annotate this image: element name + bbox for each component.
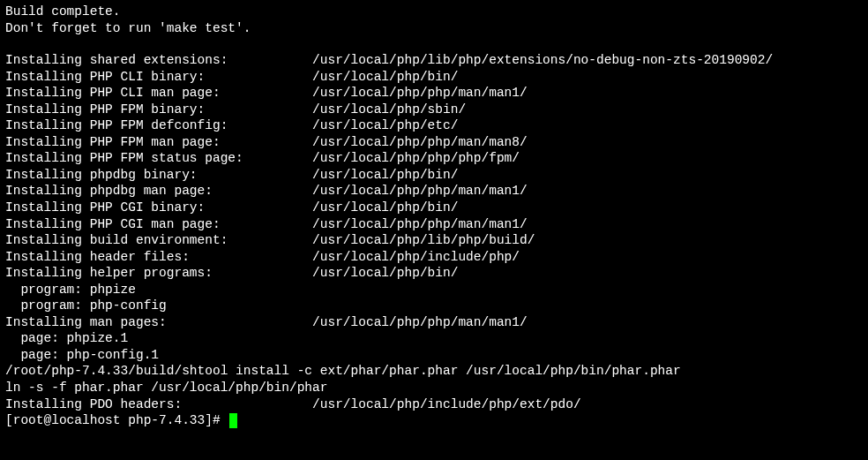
- install-line-6: Installing PHP FPM status page: /usr/loc…: [5, 150, 863, 167]
- install-line-2: Installing PHP CLI man page: /usr/local/…: [5, 85, 863, 102]
- cursor-icon: [229, 413, 237, 428]
- install-line-9: Installing PHP CGI binary: /usr/local/ph…: [5, 200, 863, 216]
- install-line-3: Installing PHP FPM binary: /usr/local/ph…: [5, 102, 863, 118]
- install-pdo-headers: Installing PDO headers: /usr/local/php/i…: [5, 396, 863, 413]
- install-line-5: Installing PHP FPM man page: /usr/local/…: [5, 134, 863, 151]
- build-complete-line: Build complete.: [5, 4, 863, 20]
- ln-line: ln -s -f phar.phar /usr/local/php/bin/ph…: [5, 380, 863, 396]
- shell-prompt[interactable]: [root@localhost php-7.4.33]#: [5, 412, 863, 429]
- make-test-reminder: Don't forget to run 'make test'.: [5, 20, 863, 37]
- install-line-8: Installing phpdbg man page: /usr/local/p…: [5, 183, 863, 200]
- install-line-1: Installing PHP CLI binary: /usr/local/ph…: [5, 69, 863, 86]
- install-line-4: Installing PHP FPM defconfig: /usr/local…: [5, 117, 863, 134]
- program-phpize: program: phpize: [5, 282, 863, 298]
- program-php-config: program: php-config: [5, 298, 863, 314]
- install-line-7: Installing phpdbg binary: /usr/local/php…: [5, 167, 863, 184]
- install-man-pages: Installing man pages: /usr/local/php/php…: [5, 314, 863, 331]
- shtool-line: /root/php-7.4.33/build/shtool install -c…: [5, 363, 863, 380]
- page-phpize: page: phpize.1: [5, 330, 863, 347]
- install-line-10: Installing PHP CGI man page: /usr/local/…: [5, 216, 863, 233]
- install-line-12: Installing header files: /usr/local/php/…: [5, 249, 863, 266]
- install-line-0: Installing shared extensions: /usr/local…: [5, 52, 863, 69]
- prompt-text: [root@localhost php-7.4.33]#: [5, 412, 228, 429]
- page-php-config: page: php-config.1: [5, 347, 863, 364]
- install-line-11: Installing build environment: /usr/local…: [5, 232, 863, 249]
- install-line-13: Installing helper programs: /usr/local/p…: [5, 265, 863, 282]
- blank-line: [5, 36, 863, 52]
